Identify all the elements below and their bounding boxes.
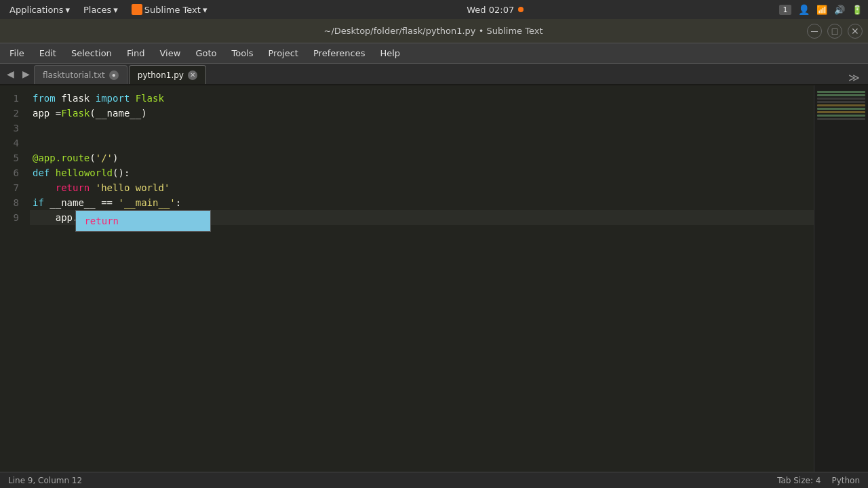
tab-size: Tab Size: 4 bbox=[777, 476, 821, 485]
line-num-4: 4 bbox=[5, 136, 19, 150]
code-line-8: if __name__ == '__main__': bbox=[30, 195, 814, 210]
tab-python1[interactable]: python1.py ✕ bbox=[129, 65, 206, 84]
line-num-3: 3 bbox=[5, 121, 19, 136]
places-label: Places bbox=[83, 5, 111, 15]
tab-flasktutorial-close[interactable]: ● bbox=[109, 70, 119, 80]
tab-nav-next[interactable]: ▶ bbox=[18, 66, 34, 82]
code-line-2: app =Flask(__name__) bbox=[30, 106, 814, 121]
minimap-line-7 bbox=[817, 111, 865, 113]
editor-area: 1 2 3 4 5 6 7 8 9 from flask import Flas… bbox=[0, 85, 868, 472]
menu-preferences[interactable]: Preferences bbox=[307, 45, 372, 61]
sys-bar-left: Applications ▾ Places ▾ Sublime Text ▾ bbox=[5, 3, 211, 16]
battery-icon: 🔋 bbox=[852, 5, 863, 15]
applications-arrow: ▾ bbox=[65, 5, 70, 15]
line-num-7: 7 bbox=[5, 180, 19, 195]
close-button[interactable]: ✕ bbox=[848, 24, 863, 39]
menu-help[interactable]: Help bbox=[373, 45, 407, 61]
volume-icon: 🔊 bbox=[834, 5, 845, 15]
code-line-5: @app.route('/') bbox=[30, 150, 814, 165]
sys-bar-center: Wed 02:07 bbox=[467, 5, 524, 15]
status-right: Tab Size: 4 Python bbox=[777, 476, 860, 485]
tab-flasktutorial-label: flasktutorial.txt bbox=[43, 70, 105, 80]
recording-dot bbox=[518, 7, 524, 12]
code-line-1: from flask import Flask bbox=[30, 91, 814, 106]
sublime-icon bbox=[132, 4, 142, 15]
autocomplete-dropdown[interactable]: return bbox=[75, 210, 211, 232]
tab-bar: ◀ ▶ flasktutorial.txt ● python1.py ✕ ≫ bbox=[0, 64, 868, 85]
code-line-7: return 'hello world' bbox=[30, 180, 814, 195]
tab-python1-close[interactable]: ✕ bbox=[188, 70, 197, 80]
menu-project[interactable]: Project bbox=[261, 45, 304, 61]
system-bar: Applications ▾ Places ▾ Sublime Text ▾ W… bbox=[0, 0, 868, 19]
line-num-6: 6 bbox=[5, 165, 19, 180]
minimap bbox=[814, 85, 868, 472]
network-icon: 📶 bbox=[816, 5, 827, 15]
menu-file[interactable]: File bbox=[3, 45, 31, 61]
sublime-menu[interactable]: Sublime Text ▾ bbox=[127, 3, 212, 16]
window-controls: ─ □ ✕ bbox=[807, 24, 863, 39]
code-line-6: def helloworld(): bbox=[30, 165, 814, 180]
minimap-line-5 bbox=[817, 104, 865, 106]
minimap-line-1 bbox=[817, 91, 865, 93]
menu-bar: File Edit Selection Find View Goto Tools… bbox=[0, 43, 868, 64]
menu-edit[interactable]: Edit bbox=[33, 45, 63, 61]
cursor-position: Line 9, Column 12 bbox=[8, 476, 82, 485]
line-numbers: 1 2 3 4 5 6 7 8 9 bbox=[0, 85, 27, 472]
status-left: Line 9, Column 12 bbox=[8, 476, 82, 485]
autocomplete-item-return[interactable]: return bbox=[76, 211, 210, 231]
places-arrow: ▾ bbox=[113, 5, 118, 15]
code-editor[interactable]: from flask import Flask app =Flask(__nam… bbox=[27, 85, 814, 472]
menu-selection[interactable]: Selection bbox=[64, 45, 119, 61]
minimap-line-6 bbox=[817, 108, 865, 110]
minimap-line-3 bbox=[817, 98, 865, 100]
minimap-content bbox=[814, 85, 868, 127]
menu-tools[interactable]: Tools bbox=[224, 45, 260, 61]
tab-overflow-button[interactable]: ≫ bbox=[843, 71, 865, 84]
minimap-line-2 bbox=[817, 94, 865, 96]
line-num-1: 1 bbox=[5, 91, 19, 106]
window-title: ~/Desktop/folder/flask/python1.py • Subl… bbox=[323, 26, 542, 36]
code-line-3 bbox=[30, 121, 814, 136]
line-num-8: 8 bbox=[5, 195, 19, 210]
code-line-4 bbox=[30, 136, 814, 150]
menu-view[interactable]: View bbox=[153, 45, 188, 61]
maximize-button[interactable]: □ bbox=[827, 24, 842, 39]
minimap-line-9 bbox=[817, 118, 865, 120]
tab-python1-label: python1.py bbox=[138, 70, 184, 80]
status-bar: Line 9, Column 12 Tab Size: 4 Python bbox=[0, 472, 868, 488]
sublime-label: Sublime Text bbox=[144, 5, 201, 15]
title-bar: ~/Desktop/folder/flask/python1.py • Subl… bbox=[0, 19, 868, 43]
line-num-2: 2 bbox=[5, 106, 19, 121]
tab-nav-prev[interactable]: ◀ bbox=[3, 66, 18, 82]
sys-bar-right: 1 👤 📶 🔊 🔋 bbox=[779, 4, 863, 15]
minimize-button[interactable]: ─ bbox=[807, 24, 822, 39]
sublime-arrow: ▾ bbox=[203, 5, 208, 15]
line-num-5: 5 bbox=[5, 150, 19, 165]
minimap-line-8 bbox=[817, 115, 865, 117]
syntax-label: Python bbox=[831, 476, 860, 485]
workspace-badge: 1 bbox=[779, 5, 791, 15]
places-menu[interactable]: Places ▾ bbox=[79, 3, 122, 16]
applications-label: Applications bbox=[9, 5, 63, 15]
minimap-line-4 bbox=[817, 101, 865, 103]
users-icon: 👤 bbox=[798, 4, 810, 15]
menu-find[interactable]: Find bbox=[120, 45, 152, 61]
datetime-label: Wed 02:07 bbox=[467, 5, 514, 15]
menu-goto[interactable]: Goto bbox=[189, 45, 223, 61]
tab-flasktutorial[interactable]: flasktutorial.txt ● bbox=[34, 65, 127, 84]
applications-menu[interactable]: Applications ▾ bbox=[5, 3, 74, 16]
line-num-9: 9 bbox=[5, 210, 19, 225]
